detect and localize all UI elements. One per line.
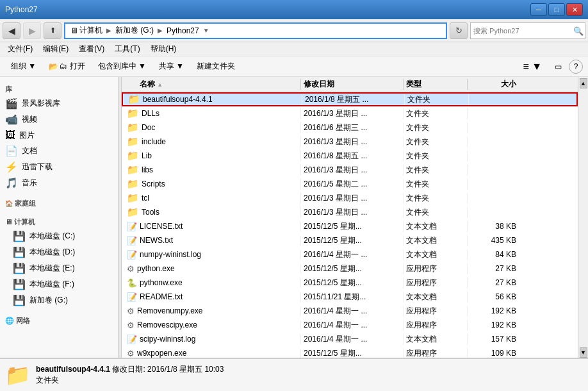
menu-help[interactable]: 帮助(H): [145, 42, 182, 56]
drive-d-icon: 💾: [13, 246, 26, 258]
title-bar-controls: ─ □ ✕: [530, 3, 583, 16]
path-computer[interactable]: 🖥 计算机: [68, 24, 105, 37]
file-row[interactable]: 📁 DLLs 2016/1/3 星期日 ... 文件夹: [122, 106, 578, 121]
help-button[interactable]: ?: [569, 60, 583, 74]
file-size-cell: 435 KB: [468, 236, 519, 245]
sidebar-item-xunlei[interactable]: ⚡ 迅雷下载: [3, 159, 115, 175]
music-icon: 🎵: [5, 177, 18, 189]
file-row[interactable]: 📁 Lib 2016/1/8 星期五 ... 文件夹: [122, 149, 578, 163]
file-date-cell: 2016/1/3 星期日 ...: [301, 207, 404, 218]
file-row[interactable]: ⚙ Removescipy.exe 2016/1/4 星期一 ... 应用程序 …: [122, 318, 578, 332]
file-name: scipy-wininst.log: [140, 335, 195, 344]
file-row[interactable]: 📁 libs 2016/1/3 星期日 ... 文件夹: [122, 163, 578, 177]
col-size-header[interactable]: 大小: [468, 79, 519, 90]
view-button[interactable]: ≡ ▼: [517, 58, 548, 75]
minimize-button[interactable]: ─: [530, 3, 547, 16]
file-name-cell: 📁 libs: [122, 164, 301, 176]
file-row[interactable]: 📁 Tools 2016/1/3 星期日 ... 文件夹: [122, 205, 578, 219]
col-name-header[interactable]: 名称 ▲: [122, 79, 301, 90]
new-folder-button[interactable]: 新建文件夹: [191, 58, 241, 75]
sidebar-item-images[interactable]: 🖼 图片: [3, 128, 115, 143]
path-python27[interactable]: Python27: [164, 25, 202, 37]
include-library-button[interactable]: 包含到库中 ▼: [92, 58, 152, 75]
file-size-cell: 84 KB: [468, 250, 519, 259]
file-row[interactable]: 📝 numpy-wininst.log 2016/1/4 星期一 ... 文本文…: [122, 247, 578, 262]
file-name: include: [142, 137, 166, 146]
close-button[interactable]: ✕: [566, 3, 583, 16]
address-path: 🖥 计算机 ▶ 新加卷 (G:) ▶ Python27 ▼: [64, 22, 447, 39]
col-date-header[interactable]: 修改日期: [301, 79, 404, 90]
file-name-cell: 📝 scipy-wininst.log: [122, 335, 301, 344]
up-button[interactable]: ⬆: [44, 22, 61, 39]
file-name-cell: 📁 Scripts: [122, 178, 301, 190]
sidebar-item-c[interactable]: 💾 本地磁盘 (C:): [3, 228, 115, 244]
file-date-cell: 2015/11/21 星期...: [301, 292, 404, 303]
file-date-cell: 2016/1/4 星期一 ...: [301, 334, 404, 345]
scroll-down-btn[interactable]: ▼: [580, 347, 587, 358]
menu-file[interactable]: 文件(F): [3, 42, 38, 56]
organize-button[interactable]: 组织 ▼: [5, 58, 42, 75]
file-row[interactable]: 📝 README.txt 2015/11/21 星期... 文本文档 56 KB: [122, 290, 578, 304]
file-row[interactable]: 📁 Doc 2016/1/6 星期三 ... 文件夹: [122, 121, 578, 135]
back-button[interactable]: ◀: [3, 22, 20, 39]
scroll-up-btn[interactable]: ▲: [580, 78, 587, 88]
file-row[interactable]: 📁 include 2016/1/3 星期日 ... 文件夹: [122, 135, 578, 149]
share-button[interactable]: 共享 ▼: [153, 58, 190, 75]
file-row[interactable]: ⚙ Removenumpy.exe 2016/1/4 星期一 ... 应用程序 …: [122, 304, 578, 318]
file-name-cell: 📁 beautifulsoup4-4.4.1: [123, 94, 302, 105]
sidebar-section-library: 库 🎬 景风影视库 📹 视频 🖼 图片 📄 文档 ⚡ 迅雷下载: [3, 82, 115, 191]
file-date-cell: 2015/12/5 星期...: [301, 348, 404, 358]
computer-icon: 🖥: [70, 26, 78, 35]
open-button[interactable]: 📂 🗂 打开: [43, 58, 90, 75]
file-name-cell: 📁 Doc: [122, 122, 301, 133]
file-name-cell: 📝 numpy-wininst.log: [122, 250, 301, 260]
sidebar-item-video-lib[interactable]: 🎬 景风影视库: [3, 96, 115, 112]
file-row[interactable]: 📁 beautifulsoup4-4.4.1 2016/1/8 星期五 ... …: [122, 92, 578, 106]
sidebar-item-f[interactable]: 💾 本地磁盘 (F:): [3, 276, 115, 292]
sidebar-item-e[interactable]: 💾 本地磁盘 (E:): [3, 260, 115, 276]
path-drive[interactable]: 新加卷 (G:): [113, 24, 156, 37]
file-row[interactable]: 🐍 pythonw.exe 2015/12/5 星期... 应用程序 27 KB: [122, 276, 578, 290]
maximize-button[interactable]: □: [548, 3, 565, 16]
sidebar-item-documents[interactable]: 📄 文档: [3, 143, 115, 159]
file-date-cell: 2015/12/5 星期...: [301, 235, 404, 246]
file-name: w9xpopen.exe: [137, 349, 186, 358]
file-row[interactable]: ⚙ w9xpopen.exe 2015/12/5 星期... 应用程序 109 …: [122, 346, 578, 358]
exe-icon: ⚙: [127, 264, 135, 274]
refresh-button[interactable]: ↻: [450, 22, 468, 39]
network-icon: 🌐: [5, 317, 16, 324]
file-date-cell: 2015/12/5 星期...: [301, 278, 404, 288]
file-date-cell: 2016/1/3 星期日 ...: [301, 193, 404, 204]
sidebar-item-music[interactable]: 🎵 音乐: [3, 175, 115, 191]
sidebar-item-g[interactable]: 💾 新加卷 (G:): [3, 292, 115, 308]
file-type-cell: 文件夹: [404, 122, 468, 133]
menu-tools[interactable]: 工具(T): [110, 42, 145, 56]
file-row[interactable]: 📝 LICENSE.txt 2015/12/5 星期... 文本文档 38 KB: [122, 219, 578, 233]
menu-view[interactable]: 查看(V): [74, 42, 110, 56]
file-size-cell: 157 KB: [468, 335, 519, 344]
file-row[interactable]: 📝 scipy-wininst.log 2016/1/4 星期一 ... 文本文…: [122, 332, 578, 346]
sidebar-item-d[interactable]: 💾 本地磁盘 (D:): [3, 244, 115, 260]
file-type-cell: 文件夹: [404, 108, 468, 119]
txt-icon: 📝: [127, 292, 137, 302]
file-row[interactable]: 📁 Scripts 2016/1/5 星期二 ... 文件夹: [122, 177, 578, 191]
search-input[interactable]: [473, 27, 569, 35]
file-name: Lib: [142, 151, 152, 160]
file-size-cell: 27 KB: [468, 278, 519, 287]
preview-button[interactable]: ▭: [549, 58, 568, 75]
col-type-header[interactable]: 类型: [404, 79, 468, 90]
status-name: beautifulsoup4-4.4.1: [36, 365, 110, 374]
menu-edit[interactable]: 编辑(E): [38, 42, 74, 56]
drive-f-icon: 💾: [13, 278, 26, 290]
file-name: libs: [142, 165, 153, 174]
file-row[interactable]: 📁 tcl 2016/1/3 星期日 ... 文件夹: [122, 191, 578, 205]
forward-button[interactable]: ▶: [23, 22, 41, 39]
txt-icon: 📝: [127, 335, 137, 344]
search-icon[interactable]: 🔍: [573, 26, 584, 35]
file-row[interactable]: ⚙ python.exe 2015/12/5 星期... 应用程序 27 KB: [122, 262, 578, 276]
file-row[interactable]: 📝 NEWS.txt 2015/12/5 星期... 文本文档 435 KB: [122, 233, 578, 247]
file-name: Removenumpy.exe: [137, 306, 203, 315]
folder-icon: 📁: [127, 206, 139, 218]
sidebar-item-video[interactable]: 📹 视频: [3, 112, 115, 128]
file-size-cell: 27 KB: [468, 264, 519, 273]
